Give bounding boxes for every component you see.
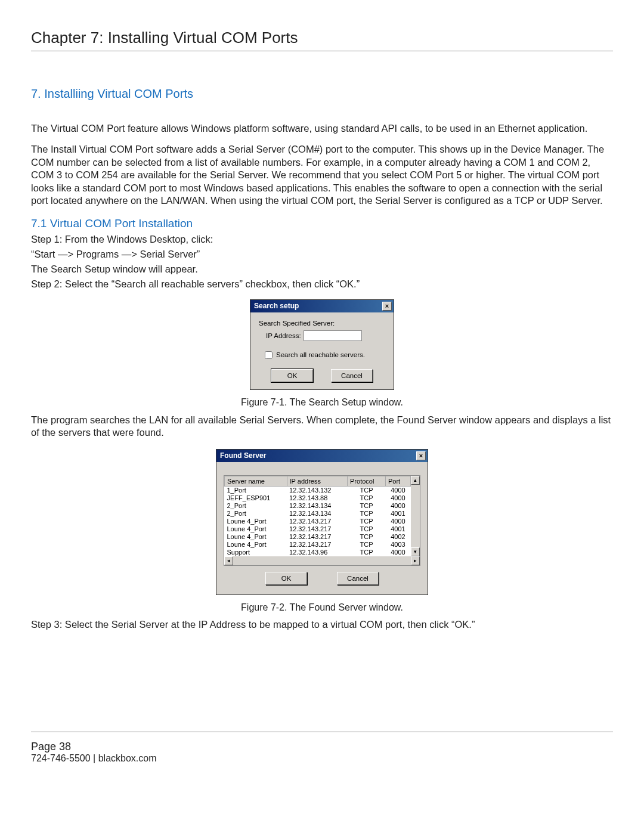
scroll-left-icon[interactable]: ◂	[224, 556, 233, 565]
ok-button[interactable]: OK	[271, 369, 313, 382]
col-protocol[interactable]: Protocol	[348, 476, 386, 486]
cell-server-name: JEFF_ESP901	[225, 494, 287, 502]
cell-server-name: 2_Port	[225, 510, 287, 518]
figure-7-1-caption: Figure 7-1. The Search Setup window.	[31, 397, 613, 408]
para-after-fig1: The program searches the LAN for all ava…	[31, 414, 613, 439]
server-table-container: Server name IP address Protocol Port 1_P…	[224, 475, 420, 566]
table-row[interactable]: 2_Port12.32.143.134TCP4000	[225, 502, 411, 510]
cell-ip: 12.32.143.132	[287, 486, 347, 494]
cell-port: 4000	[385, 549, 410, 556]
footer-divider: |	[91, 753, 98, 763]
cell-ip: 12.32.143.88	[287, 494, 347, 502]
footer-site: blackbox.com	[98, 753, 157, 763]
cell-protocol: TCP	[348, 494, 386, 502]
section-7-1-heading: 7.1 Virtual COM Port Installation	[31, 217, 613, 230]
table-row[interactable]: Loune 4_Port12.32.143.217TCP4000	[225, 518, 411, 525]
close-icon[interactable]: ×	[382, 302, 392, 311]
found-server-dialog: Found Server × Server name IP address Pr…	[216, 449, 428, 595]
cell-port: 4000	[385, 502, 410, 510]
cell-port: 4000	[385, 494, 410, 502]
search-all-checkbox[interactable]	[265, 351, 273, 359]
cell-protocol: TCP	[348, 502, 386, 510]
section-7-heading: 7. Installiing Virtual COM Ports	[31, 87, 613, 101]
ip-address-label: IP Address:	[266, 332, 301, 339]
search-setup-dialog: Search setup × Search Specified Server: …	[250, 299, 394, 390]
col-port[interactable]: Port	[385, 476, 410, 486]
cell-port: 4000	[385, 486, 410, 494]
intro-paragraph-2: The Install Virtual COM Port software ad…	[31, 143, 613, 207]
search-setup-titlebar: Search setup ×	[250, 300, 394, 312]
cell-ip: 12.32.143.96	[287, 549, 347, 556]
footer-rule	[31, 732, 613, 732]
footer-contact: 724-746-5500 | blackbox.com	[31, 753, 613, 764]
col-server-name[interactable]: Server name	[225, 476, 287, 486]
scroll-down-icon[interactable]: ▾	[411, 547, 420, 556]
cell-ip: 12.32.143.134	[287, 510, 347, 518]
footer-phone: 724-746-5500	[31, 753, 91, 763]
cell-port: 4001	[385, 510, 410, 518]
page-number: Page 38	[31, 741, 71, 753]
search-setup-title: Search setup	[254, 302, 299, 310]
cell-port: 4002	[385, 533, 410, 541]
cancel-button[interactable]: Cancel	[331, 369, 373, 382]
ip-address-input[interactable]	[304, 330, 362, 341]
cell-server-name: Loune 4_Port	[225, 541, 287, 549]
table-row[interactable]: Loune 4_Port12.32.143.217TCP4001	[225, 525, 411, 533]
table-row[interactable]: Loune 4_Port12.32.143.217TCP4003	[225, 541, 411, 549]
chapter-title: Chapter 7: Installing Virtual COM Ports	[31, 29, 613, 47]
cell-server-name: Loune 4_Port	[225, 525, 287, 533]
cell-port: 4003	[385, 541, 410, 549]
cell-ip: 12.32.143.217	[287, 533, 347, 541]
cancel-button[interactable]: Cancel	[337, 572, 379, 585]
scroll-up-icon[interactable]: ▴	[411, 476, 420, 485]
cell-ip: 12.32.143.134	[287, 502, 347, 510]
cell-protocol: TCP	[348, 541, 386, 549]
table-row[interactable]: 2_Port12.32.143.134TCP4001	[225, 510, 411, 518]
cell-protocol: TCP	[348, 518, 386, 525]
ok-button[interactable]: OK	[265, 572, 307, 585]
figure-7-2-caption: Figure 7-2. The Found Server window.	[31, 602, 613, 613]
vertical-scrollbar[interactable]: ▴ ▾	[411, 476, 420, 556]
close-icon[interactable]: ×	[416, 451, 426, 460]
cell-protocol: TCP	[348, 486, 386, 494]
cell-protocol: TCP	[348, 533, 386, 541]
found-server-titlebar: Found Server ×	[216, 450, 428, 462]
cell-protocol: TCP	[348, 510, 386, 518]
step-1-result: The Search Setup window will appear.	[31, 264, 613, 275]
cell-protocol: TCP	[348, 549, 386, 556]
table-row[interactable]: 1_Port12.32.143.132TCP4000	[225, 486, 411, 494]
search-all-label: Search all reachable servers.	[276, 351, 365, 358]
step-1: Step 1: From the Windows Desktop, click:	[31, 234, 613, 245]
cell-ip: 12.32.143.217	[287, 541, 347, 549]
horizontal-scrollbar[interactable]: ◂ ▸	[224, 556, 420, 565]
cell-server-name: Loune 4_Port	[225, 533, 287, 541]
found-server-title: Found Server	[220, 451, 266, 460]
step-1-path: “Start —> Programs —> Serial Server”	[31, 249, 613, 260]
cell-ip: 12.32.143.217	[287, 518, 347, 525]
step-3: Step 3: Select the Serial Server at the …	[31, 619, 613, 630]
cell-server-name: 1_Port	[225, 486, 287, 494]
table-row[interactable]: Support12.32.143.96TCP4000	[225, 549, 411, 556]
cell-server-name: 2_Port	[225, 502, 287, 510]
search-specified-label: Search Specified Server:	[259, 320, 385, 327]
cell-protocol: TCP	[348, 525, 386, 533]
intro-paragraph-1: The Virtual COM Port feature allows Wind…	[31, 122, 613, 135]
cell-server-name: Loune 4_Port	[225, 518, 287, 525]
cell-server-name: Support	[225, 549, 287, 556]
cell-port: 4000	[385, 518, 410, 525]
scroll-right-icon[interactable]: ▸	[411, 556, 420, 565]
server-table[interactable]: Server name IP address Protocol Port 1_P…	[224, 476, 411, 556]
table-row[interactable]: JEFF_ESP90112.32.143.88TCP4000	[225, 494, 411, 502]
cell-ip: 12.32.143.217	[287, 525, 347, 533]
cell-port: 4001	[385, 525, 410, 533]
header-rule	[31, 51, 613, 51]
step-2: Step 2: Select the “Search all reachable…	[31, 278, 613, 290]
col-ip-address[interactable]: IP address	[287, 476, 347, 486]
table-row[interactable]: Loune 4_Port12.32.143.217TCP4002	[225, 533, 411, 541]
